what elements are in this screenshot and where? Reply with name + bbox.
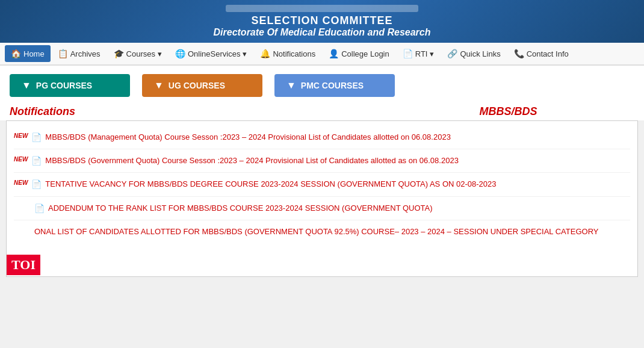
notification-link[interactable]: MBBS/BDS (Government Quota) Course Sesso… [45, 155, 459, 166]
nav-college-login-label: College Login [341, 49, 389, 58]
pmc-courses-label: PMC COURSES [301, 81, 364, 90]
nav-online-services[interactable]: 🌐 OnlineServices ▾ [169, 45, 253, 62]
nav-contact-info-label: Contact Info [527, 49, 569, 58]
main-navbar: 🏠 Home 📋 Archives 🎓 Courses ▾ 🌐 OnlineSe… [0, 43, 644, 66]
ug-dropdown-arrow: ▼ [154, 80, 164, 91]
notification-item: ONAL LIST OF CANDIDATES ALLOTTED FOR MBB… [14, 220, 630, 243]
nav-quick-links-label: Quick Links [460, 49, 500, 58]
toi-watermark: TOI [7, 255, 40, 275]
archives-icon: 📋 [58, 49, 68, 58]
header: SELECTION COMMITTEE Directorate Of Medic… [0, 0, 644, 43]
home-icon: 🏠 [11, 49, 21, 58]
courses-dropdown-icon: ▾ [158, 49, 162, 58]
nav-college-login[interactable]: 👤 College Login [323, 45, 395, 62]
nav-archives-label: Archives [70, 49, 101, 58]
college-login-icon: 👤 [329, 49, 339, 58]
nav-courses-label: Courses [126, 49, 155, 58]
nav-home-label: Home [23, 49, 45, 58]
nav-notifications-label: Notifications [273, 49, 315, 58]
notifications-panel: NEW📄MBBS/BDS (Management Quota) Course S… [6, 120, 638, 277]
rti-icon: 📄 [403, 49, 413, 58]
notification-link[interactable]: MBBS/BDS (Management Quota) Course Sesso… [45, 132, 451, 143]
rti-dropdown-icon: ▾ [430, 49, 434, 58]
pdf-icon: 📄 [34, 204, 45, 213]
header-banner: SELECTION COMMITTEE Directorate Of Medic… [0, 0, 644, 43]
pg-courses-button[interactable]: ▼ PG COURSES [10, 74, 130, 97]
online-services-dropdown-icon: ▾ [243, 49, 247, 58]
notification-item: 📄ADDENDUM TO THE RANK LIST FOR MBBS/BDS … [14, 197, 630, 220]
nav-rti[interactable]: 📄 RTI ▾ [397, 45, 441, 62]
notification-link[interactable]: TENTATIVE VACANCY FOR MBBS/BDS DEGREE CO… [45, 179, 496, 190]
pg-courses-label: PG COURSES [36, 81, 92, 90]
nav-online-services-label: OnlineServices [188, 49, 240, 58]
header-subtitle: Directorate Of Medical Education and Res… [0, 27, 644, 38]
notification-link[interactable]: ONAL LIST OF CANDIDATES ALLOTTED FOR MBB… [34, 226, 598, 237]
section-headers: Notifications MBBS/BDS [0, 103, 644, 120]
notification-item: NEW📄TENTATIVE VACANCY FOR MBBS/BDS DEGRE… [14, 173, 630, 196]
notification-item: NEW📄MBBS/BDS (Government Quota) Course S… [14, 149, 630, 173]
pmc-courses-button[interactable]: ▼ PMC COURSES [274, 74, 395, 97]
mbbs-section-title: MBBS/BDS [382, 105, 634, 118]
notification-link[interactable]: ADDENDUM TO THE RANK LIST FOR MBBS/BDS C… [48, 203, 433, 214]
quick-links-icon: 🔗 [447, 49, 457, 58]
header-blurred-line [226, 5, 418, 12]
pdf-icon: 📄 [31, 156, 42, 166]
nav-contact-info[interactable]: 📞 Contact Info [508, 45, 575, 62]
online-services-icon: 🌐 [175, 49, 185, 58]
nav-rti-label: RTI [415, 49, 428, 58]
notifications-list: NEW📄MBBS/BDS (Management Quota) Course S… [14, 126, 630, 243]
nav-courses[interactable]: 🎓 Courses ▾ [108, 45, 168, 62]
notifications-icon: 🔔 [260, 49, 270, 58]
ug-courses-label: UG COURSES [169, 81, 225, 90]
nav-home[interactable]: 🏠 Home [5, 45, 51, 62]
nav-archives[interactable]: 📋 Archives [52, 45, 107, 62]
nav-quick-links[interactable]: 🔗 Quick Links [441, 45, 506, 62]
notifications-section-title: Notifications [10, 105, 262, 118]
pmc-dropdown-arrow: ▼ [286, 80, 296, 91]
notification-item: NEW📄MBBS/BDS (Management Quota) Course S… [14, 126, 630, 149]
header-title: SELECTION COMMITTEE [0, 14, 644, 27]
courses-icon: 🎓 [114, 49, 124, 58]
nav-notifications[interactable]: 🔔 Notifications [254, 45, 321, 62]
pg-dropdown-arrow: ▼ [22, 80, 31, 91]
contact-info-icon: 📞 [514, 49, 524, 58]
course-buttons-section: ▼ PG COURSES ▼ UG COURSES ▼ PMC COURSES [0, 66, 644, 103]
pdf-icon: 📄 [31, 179, 42, 189]
pdf-icon: 📄 [31, 132, 42, 142]
new-badge: NEW [14, 179, 28, 186]
new-badge: NEW [14, 132, 28, 139]
new-badge: NEW [14, 156, 28, 163]
ug-courses-button[interactable]: ▼ UG COURSES [142, 74, 262, 97]
